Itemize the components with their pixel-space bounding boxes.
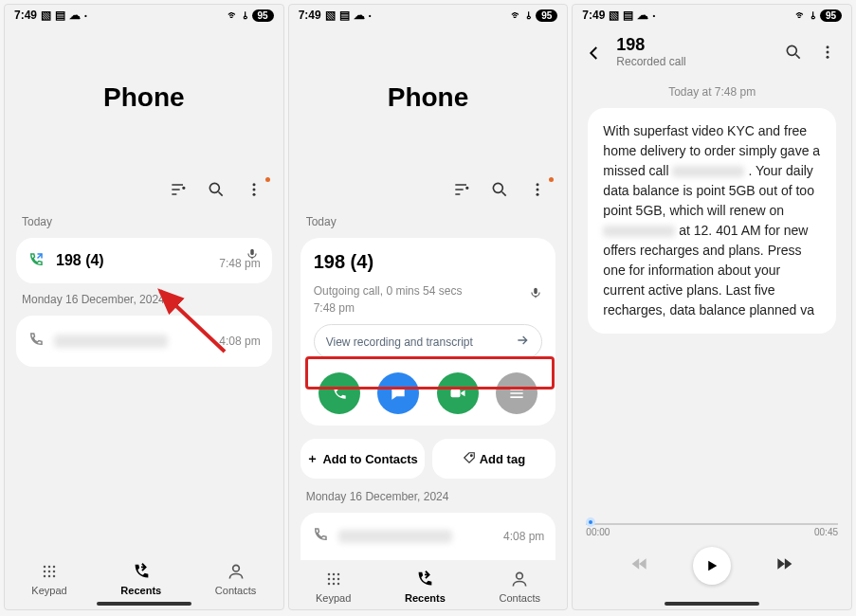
svg-point-29 [337,578,339,581]
call-detail-card: 198 (4) Outgoing call, 0 mins 54 secs 7:… [301,238,556,426]
status-time: 7:49 [14,9,37,22]
home-indicator[interactable] [665,602,759,606]
svg-point-34 [787,45,796,55]
toolbar [289,179,568,209]
video-call-button[interactable] [437,372,479,414]
status-battery: 95 [252,9,274,22]
call-icon [312,526,329,547]
back-button[interactable] [586,45,601,60]
search-icon[interactable] [489,179,510,200]
elapsed-time: 00:00 [586,527,610,537]
svg-rect-5 [250,249,254,255]
call-button[interactable] [319,372,360,414]
nav-contacts[interactable]: Contacts [215,560,256,596]
recents-icon [130,560,153,583]
nav-label: Keypad [31,585,66,596]
call-log-item[interactable]: 4:08 pm [301,513,556,560]
svg-point-27 [327,578,330,581]
forward-button[interactable] [774,554,793,577]
redacted-number [338,530,452,543]
svg-point-24 [327,573,330,576]
search-icon[interactable] [783,42,804,63]
view-recording-button[interactable]: View recording and transcript [314,324,543,359]
bottom-nav: Keypad Recents Contacts [289,560,568,607]
nav-recents[interactable]: Recents [120,560,161,596]
svg-point-15 [232,565,239,571]
notification-dot [265,177,270,182]
contacts-icon [508,568,531,590]
recorded-call-header: 198 Recorded call [573,26,851,78]
mic-icon [529,286,542,299]
call-log-item[interactable]: 4:08 pm [16,316,272,367]
filter-icon[interactable] [451,179,472,200]
home-indicator[interactable] [97,602,191,606]
svg-point-6 [44,566,46,569]
status-dot: • [652,11,655,20]
overflow-icon[interactable] [244,179,264,200]
svg-point-8 [53,566,56,569]
svg-point-13 [48,575,51,578]
view-recording-label: View recording and transcript [326,335,473,349]
call-log-item[interactable]: 198 (4) 7:48 pm [16,238,272,283]
contacts-icon [225,560,247,583]
status-wifi-icon: ᯤ [795,9,807,22]
add-tag-button[interactable]: Add tag [432,439,556,479]
status-signal-icon: ⫰ [526,9,532,22]
screen-recents-collapsed: 7:49 ▧ ▤ ☁ • ᯤ ⫰ 95 Phone Today 198 (4) [4,4,284,610]
seek-thumb[interactable] [586,517,595,527]
overflow-icon[interactable] [527,179,548,200]
seek-bar[interactable] [586,523,838,525]
section-older: Monday 16 December, 2024 [289,484,568,509]
status-time: 7:49 [582,9,605,22]
svg-point-3 [252,189,255,191]
redacted-number [54,335,168,348]
add-to-contacts-button[interactable]: ＋ Add to Contacts [301,439,425,479]
app-title: Phone [289,82,568,113]
status-bar: 7:49 ▧ ▤ ☁ • ᯤ ⫰ 95 [573,5,851,26]
nav-keypad[interactable]: Keypad [316,568,351,604]
rc-subtitle: Recorded call [616,55,768,68]
status-signal-icon: ⫰ [810,9,816,22]
recents-icon [413,568,436,590]
svg-point-19 [537,189,539,191]
svg-point-12 [44,575,46,578]
nav-label: Recents [120,585,161,596]
screen-recorded-call: 7:49 ▧ ▤ ☁ • ᯤ ⫰ 95 198 Recorded call [572,4,852,610]
add-tag-label: Add tag [480,452,525,466]
call-meta: Outgoing call, 0 mins 54 secs 7:48 pm [314,282,543,317]
svg-point-0 [183,188,185,190]
section-today: Today [289,209,568,234]
nav-recents[interactable]: Recents [405,568,446,604]
status-cloud-icon: ☁ [69,9,81,22]
filter-icon[interactable] [168,179,189,200]
svg-point-35 [827,45,829,48]
play-button[interactable] [693,547,731,585]
call-number: 198 (4) [314,251,543,273]
rc-timestamp: Today at 7:48 pm [573,85,851,99]
more-button[interactable] [496,372,537,414]
redacted-text [603,226,675,237]
call-time: 4:08 pm [503,530,544,543]
search-icon[interactable] [206,179,227,200]
keypad-icon [322,568,345,590]
svg-point-18 [537,183,539,186]
svg-point-25 [332,573,335,576]
svg-point-2 [252,183,255,186]
status-time: 7:49 [299,9,321,22]
tag-icon [463,451,476,467]
message-button[interactable] [377,372,419,414]
nav-contacts[interactable]: Contacts [500,568,540,604]
svg-point-32 [337,583,339,586]
svg-point-7 [48,566,51,569]
status-image-icon: ▧ [41,9,51,22]
status-sms-icon: ▤ [339,9,350,22]
screen-recents-expanded: 7:49 ▧ ▤ ☁ • ᯤ ⫰ 95 Phone Today 198 (4) … [288,4,569,610]
rewind-button[interactable] [630,554,649,577]
call-time: 7:48 pm [314,301,355,315]
overflow-icon[interactable] [817,42,838,63]
status-battery: 95 [820,9,842,22]
status-sms-icon: ▤ [55,9,65,22]
status-image-icon: ▧ [609,9,619,22]
status-sms-icon: ▤ [623,9,633,22]
nav-keypad[interactable]: Keypad [31,560,66,596]
